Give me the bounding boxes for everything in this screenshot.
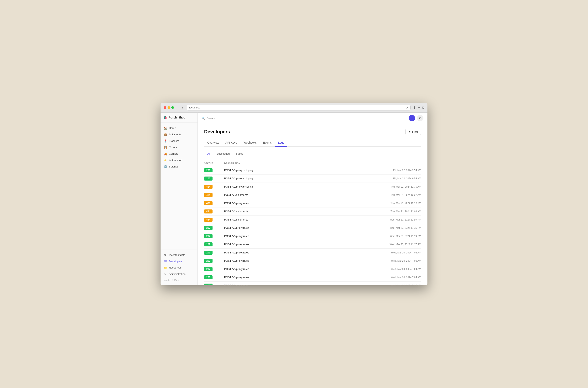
tabs-nav: Overview API Keys Webhooks Events Logs (204, 139, 421, 146)
sidebar-item-developers[interactable]: ⌨ Developers (160, 258, 198, 265)
settings-icon: ⚙️ (164, 165, 167, 168)
maximize-traffic-light[interactable] (171, 106, 174, 109)
filter-label: Filter (412, 130, 418, 133)
tab-api-keys[interactable]: API Keys (222, 139, 240, 146)
status-badge: 424 (204, 185, 212, 189)
search-input[interactable] (207, 117, 247, 120)
status-badge: 207 (204, 284, 212, 285)
sidebar-label-settings: Settings (169, 165, 179, 168)
sidebar-item-carriers[interactable]: 🚚 Carriers (160, 151, 198, 157)
tab-overview[interactable]: Overview (204, 139, 222, 146)
status-cell: 200 (204, 176, 224, 181)
close-traffic-light[interactable] (164, 106, 166, 109)
filter-tab-succeeded[interactable]: Succeeded (213, 151, 233, 157)
address-bar[interactable]: localhost ↺ (187, 105, 411, 110)
date-cell: Wed, Mar 20, 2024 11:55 PM (371, 218, 421, 221)
top-bar-actions: + ⚙ (408, 115, 423, 121)
status-cell: 424 (204, 185, 224, 189)
status-cell: 207 (204, 267, 224, 271)
sidebar-item-shipments[interactable]: 📦 Shipments (160, 131, 198, 138)
status-cell: 207 (204, 259, 224, 263)
table-row[interactable]: 207 POST /v1/proxy/rates Wed, Mar 20, 20… (204, 249, 421, 257)
description-cell: POST /v1/proxy/rates (224, 267, 371, 270)
date-cell: Wed, Mar 20, 2024 7:05 AM (371, 260, 421, 262)
orders-icon: 📋 (164, 146, 167, 149)
page-title: Developers (204, 129, 230, 135)
sidebar-label-developers: Developers (169, 260, 182, 263)
status-badge: 207 (204, 234, 212, 238)
top-bar: 🔍 + ⚙ (198, 113, 428, 124)
table-row[interactable]: 207 POST /v1/proxy/rates Wed, Mar 20, 20… (204, 257, 421, 265)
sidebar-label-administration: Administration (169, 272, 185, 276)
add-button[interactable]: + (408, 115, 415, 121)
sidebar-item-resources[interactable]: 📁 Resources (160, 265, 198, 271)
filter-button[interactable]: ▼ Filter (405, 129, 421, 135)
table-row[interactable]: 424 POST /v1/shipments Thu, Mar 21, 2024… (204, 191, 421, 199)
date-cell: Wed, Mar 20, 2024 11:17 PM (371, 243, 421, 246)
administration-icon: ✕ (164, 272, 167, 276)
sidebar-label-resources: Resources (169, 266, 181, 269)
table-row[interactable]: 200 POST /v1/proxy/shipping Fri, Mar 22,… (204, 174, 421, 183)
date-cell: Fri, Mar 22, 2024 9:54 AM (371, 169, 421, 172)
description-cell: POST /v1/proxy/rates (224, 276, 371, 279)
share-button[interactable]: ⬆ (413, 105, 416, 110)
refresh-button[interactable]: ↺ (406, 106, 408, 109)
view-test-icon: 👁 (164, 253, 167, 257)
table-row[interactable]: 207 POST /v1/proxy/rates Wed, Mar 20, 20… (204, 265, 421, 273)
new-tab-button[interactable]: ＋ (417, 105, 420, 110)
shop-name: Purple Shop (169, 116, 185, 119)
description-cell: POST /v1/proxy/shipping (224, 177, 371, 180)
description-cell: POST /v1/proxy/rates (224, 235, 371, 238)
table-row[interactable]: 424 POST /v1/proxy/shipping Thu, Mar 21,… (204, 183, 421, 191)
description-cell: POST /v1/proxy/rates (224, 243, 371, 246)
filter-icon: ▼ (408, 130, 411, 133)
filter-tab-failed[interactable]: Failed (233, 151, 247, 157)
table-row[interactable]: 200 POST /v1/proxy/shipping Fri, Mar 22,… (204, 166, 421, 174)
table-body: 200 POST /v1/proxy/shipping Fri, Mar 22,… (204, 166, 421, 285)
description-cell: POST /v1/proxy/rates (224, 202, 371, 205)
gear-button[interactable]: ⚙ (417, 115, 423, 121)
table-row[interactable]: 207 POST /v1/proxy/rates Wed, Mar 20, 20… (204, 240, 421, 249)
table-row[interactable]: 207 POST /v1/proxy/rates Wed, Mar 20, 20… (204, 232, 421, 240)
tab-webhooks[interactable]: Webhooks (240, 139, 260, 146)
status-badge: 424 (204, 209, 212, 214)
sidebar-item-administration[interactable]: ✕ Administration (160, 271, 198, 277)
status-cell: 424 (204, 193, 224, 197)
table-header: STATUS DESCRIPTION (204, 160, 421, 166)
minimize-traffic-light[interactable] (168, 106, 170, 109)
sidebar-item-orders[interactable]: 📋 Orders (160, 144, 198, 151)
forward-button[interactable]: › (181, 105, 184, 110)
tab-logs[interactable]: Logs (275, 139, 287, 146)
status-cell: 207 (204, 251, 224, 255)
sidebar-item-home[interactable]: 🏠 Home (160, 125, 198, 131)
status-badge: 207 (204, 267, 212, 271)
table-row[interactable]: 424 POST /v1/shipments Wed, Mar 20, 2024… (204, 216, 421, 224)
browser-chrome: ‹ › localhost ↺ ⬆ ＋ ⧉ (160, 103, 428, 113)
table-row[interactable]: 207 POST /v1/proxy/rates Wed, Mar 20, 20… (204, 282, 421, 285)
sidebar-logo[interactable]: 🛍️ Purple Shop (160, 113, 198, 122)
description-cell: POST /v1/shipments (224, 210, 371, 213)
date-cell: Fri, Mar 22, 2024 9:54 AM (371, 177, 421, 180)
date-cell: Thu, Mar 21, 2024 12:18 AM (371, 202, 421, 205)
table-row[interactable]: 200 POST /v1/proxy/rates Wed, Mar 20, 20… (204, 273, 421, 282)
sidebar-label-view-test: View test data (169, 253, 185, 256)
sidebar-item-trackers[interactable]: 📍 Trackers (160, 138, 198, 144)
col-description-header: DESCRIPTION (224, 162, 371, 165)
search-container: 🔍 (202, 117, 406, 120)
status-badge: 200 (204, 275, 212, 279)
tabs-button[interactable]: ⧉ (422, 105, 424, 110)
table-row[interactable]: 424 POST /v1/shipments Thu, Mar 21, 2024… (204, 207, 421, 216)
tab-events[interactable]: Events (260, 139, 275, 146)
sidebar-label-orders: Orders (169, 146, 177, 149)
table-row[interactable]: 400 POST /v1/proxy/rates Thu, Mar 21, 20… (204, 199, 421, 207)
filter-tab-all[interactable]: All (204, 151, 213, 157)
table-row[interactable]: 207 POST /v1/proxy/rates Wed, Mar 20, 20… (204, 224, 421, 232)
sidebar-item-settings[interactable]: ⚙️ Settings (160, 164, 198, 170)
status-badge: 424 (204, 218, 212, 222)
shipments-icon: 📦 (164, 133, 167, 136)
version-text: Version: 2024.X (160, 277, 198, 283)
sidebar-item-automation[interactable]: ⚡ Automation (160, 157, 198, 164)
sidebar-nav: 🏠 Home 📦 Shipments 📍 Trackers 📋 Orders 🚚 (160, 122, 198, 249)
sidebar-item-view-test-data[interactable]: 👁 View test data (160, 252, 198, 258)
back-button[interactable]: ‹ (176, 105, 180, 110)
